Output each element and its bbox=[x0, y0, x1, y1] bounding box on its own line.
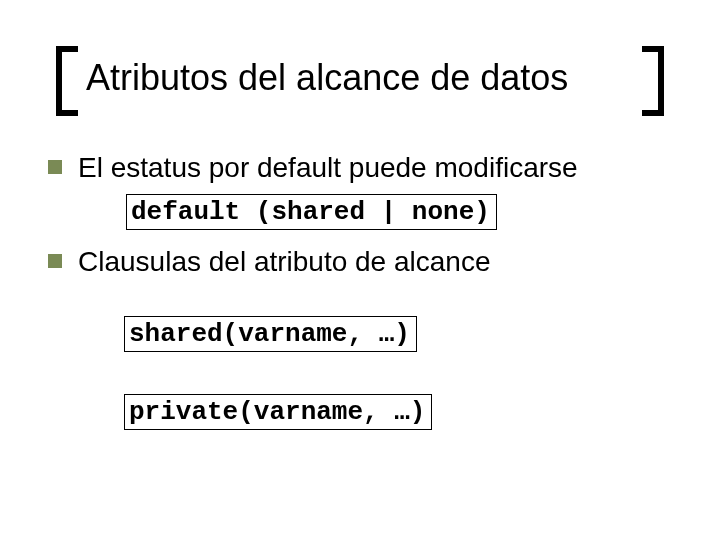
title-bar: Atributos del alcance de datos bbox=[56, 52, 664, 122]
code-default-clause: default (shared | none) bbox=[126, 194, 497, 230]
bullet-row: El estatus por default puede modificarse bbox=[48, 150, 672, 186]
slide: Atributos del alcance de datos El estatu… bbox=[0, 0, 720, 540]
square-bullet-icon bbox=[48, 254, 62, 268]
slide-title: Atributos del alcance de datos bbox=[86, 56, 634, 100]
bracket-left-icon bbox=[56, 46, 78, 116]
bracket-right-icon bbox=[642, 46, 664, 116]
code-shared-clause: shared(varname, …) bbox=[124, 316, 417, 352]
bullet-row: Clausulas del atributo de alcance bbox=[48, 244, 672, 280]
bullet-text: Clausulas del atributo de alcance bbox=[78, 244, 490, 280]
code-private-clause: private(varname, …) bbox=[124, 394, 432, 430]
bullet-text: El estatus por default puede modificarse bbox=[78, 150, 578, 186]
slide-body: El estatus por default puede modificarse… bbox=[48, 150, 672, 440]
square-bullet-icon bbox=[48, 160, 62, 174]
